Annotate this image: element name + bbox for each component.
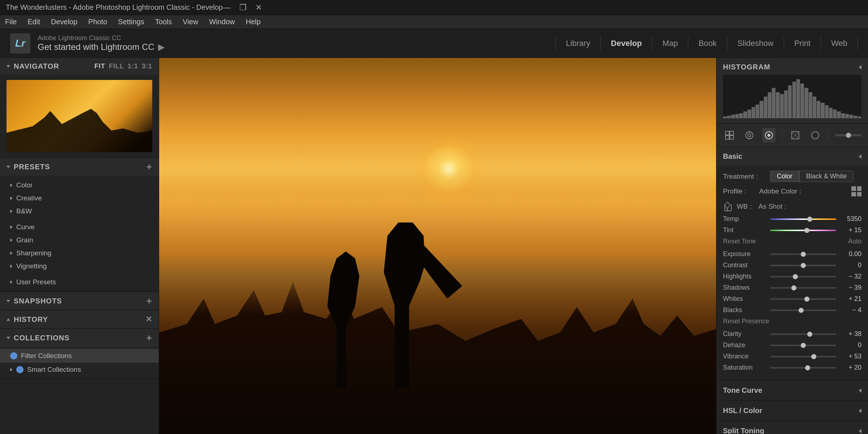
profile-grid-icon[interactable]	[851, 186, 861, 196]
wb-value[interactable]: As Shot :	[758, 203, 861, 210]
blacks-slider[interactable]	[770, 310, 836, 311]
menu-edit[interactable]: Edit	[27, 18, 40, 26]
module-develop[interactable]: Develop	[601, 37, 652, 50]
collection-filter[interactable]: Filter Collections	[0, 349, 159, 363]
reset-presence-button[interactable]: Reset Presence	[723, 318, 769, 325]
module-library[interactable]: Library	[556, 37, 601, 50]
menu-develop[interactable]: Develop	[51, 18, 77, 26]
window-controls[interactable]: — ❐ ✕	[223, 3, 262, 12]
saturation-slider[interactable]	[770, 367, 836, 369]
heal-tool-button[interactable]	[789, 128, 802, 142]
module-map[interactable]: Map	[652, 37, 689, 50]
treatment-color-button[interactable]: Color	[770, 171, 799, 182]
filter-collections-icon	[10, 352, 17, 359]
presets-section: Presets + Color Creative B&W	[0, 158, 159, 292]
workflow-arrow[interactable]: ▶	[158, 42, 165, 52]
tint-slider[interactable]	[770, 230, 836, 231]
history-header[interactable]: History ✕	[0, 310, 159, 328]
nav-fit[interactable]: FIT	[94, 63, 105, 70]
collections-add-button[interactable]: +	[146, 333, 152, 342]
snapshots-add-button[interactable]: +	[146, 296, 152, 306]
shadows-slider[interactable]	[770, 287, 836, 289]
exposure-slider[interactable]	[770, 254, 836, 255]
highlights-slider[interactable]	[770, 276, 836, 277]
menu-window[interactable]: Window	[209, 18, 235, 26]
preset-sharpening[interactable]: Sharpening	[0, 247, 159, 260]
blacks-value: − 4	[840, 306, 861, 314]
tool-slider[interactable]	[835, 134, 861, 136]
clarity-row: Clarity + 38	[723, 330, 861, 338]
grid-tool-button[interactable]	[723, 128, 736, 142]
smart-collections-icon	[16, 366, 24, 373]
profile-value[interactable]: Adobe Color :	[759, 187, 851, 195]
tint-row: Tint + 15	[723, 226, 861, 234]
basic-header[interactable]: Basic	[716, 147, 868, 166]
clarity-slider[interactable]	[770, 333, 836, 335]
tone-curve-icon	[859, 388, 861, 393]
preset-creative-arrow	[10, 196, 13, 200]
contrast-slider[interactable]	[770, 265, 836, 266]
vibrance-slider-knob	[811, 354, 816, 359]
temp-slider[interactable]	[770, 218, 836, 220]
treatment-bw-button[interactable]: Black & White	[799, 171, 854, 182]
menu-view[interactable]: View	[183, 18, 198, 26]
vibrance-slider[interactable]	[770, 356, 836, 357]
target-tool-button[interactable]	[762, 128, 775, 142]
tone-curve-section[interactable]: Tone Curve	[716, 380, 868, 401]
menu-file[interactable]: File	[5, 18, 17, 26]
preset-color[interactable]: Color	[0, 179, 159, 192]
navigator-header[interactable]: Navigator FIT FILL 1:1 3:1	[0, 58, 159, 75]
preset-curve-label: Curve	[16, 223, 152, 231]
nav-1-1[interactable]: 1:1	[128, 63, 138, 70]
collections-header[interactable]: Collections +	[0, 329, 159, 347]
wb-eyedropper-icon[interactable]	[723, 201, 733, 212]
presets-header[interactable]: Presets +	[0, 158, 159, 176]
menu-help[interactable]: Help	[246, 18, 260, 26]
basic-panel-content: Treatment : Color Black & White Profile …	[716, 166, 868, 380]
module-print[interactable]: Print	[784, 37, 821, 50]
reset-tone-button[interactable]: Reset Tone	[723, 238, 756, 245]
nav-fill[interactable]: FILL	[109, 63, 124, 70]
navigator-silhouette	[7, 109, 152, 152]
preset-grain[interactable]: Grain	[0, 234, 159, 247]
dehaze-row: Dehaze 0	[723, 341, 861, 349]
nav-3-1[interactable]: 3:1	[142, 63, 152, 70]
preset-grain-arrow	[10, 238, 13, 242]
presets-add-button[interactable]: +	[146, 162, 152, 171]
tool-separator-2	[828, 130, 829, 140]
navigator-preview	[0, 75, 159, 157]
minimize-button[interactable]: —	[223, 3, 231, 12]
eye-tool-button[interactable]	[809, 128, 822, 142]
module-book[interactable]: Book	[688, 37, 727, 50]
restore-button[interactable]: ❐	[239, 3, 247, 12]
collection-smart[interactable]: Smart Collections	[0, 363, 159, 376]
snapshots-header[interactable]: Snapshots +	[0, 292, 159, 310]
wb-row: WB : As Shot :	[723, 201, 861, 212]
svg-point-5	[748, 134, 751, 137]
preset-bw[interactable]: B&W	[0, 205, 159, 218]
auto-tone-button[interactable]: Auto	[848, 238, 861, 245]
dehaze-slider[interactable]	[770, 345, 836, 346]
history-section: History ✕	[0, 310, 159, 329]
basic-collapse-icon	[859, 154, 861, 159]
close-button[interactable]: ✕	[255, 3, 262, 12]
preset-creative[interactable]: Creative	[0, 192, 159, 205]
preset-vignetting[interactable]: Vignetting	[0, 260, 159, 273]
preset-user[interactable]: User Presets	[0, 276, 159, 289]
tools-row	[716, 124, 868, 147]
whites-slider[interactable]	[770, 298, 836, 300]
hsl-color-section[interactable]: HSL / Color	[716, 401, 868, 421]
module-web[interactable]: Web	[821, 37, 858, 50]
preset-curve[interactable]: Curve	[0, 221, 159, 234]
menu-settings[interactable]: Settings	[118, 18, 144, 26]
temp-row: Temp 5350	[723, 215, 861, 223]
module-slideshow[interactable]: Slideshow	[727, 37, 784, 50]
history-close-button[interactable]: ✕	[145, 315, 152, 324]
shadows-value: − 39	[840, 284, 861, 292]
menu-photo[interactable]: Photo	[88, 18, 107, 26]
split-toning-section[interactable]: Split Toning	[716, 421, 868, 434]
treatment-label: Treatment :	[723, 173, 766, 180]
crop-tool-button[interactable]	[743, 128, 756, 142]
menu-tools[interactable]: Tools	[155, 18, 172, 26]
histogram-collapse[interactable]	[859, 65, 861, 69]
